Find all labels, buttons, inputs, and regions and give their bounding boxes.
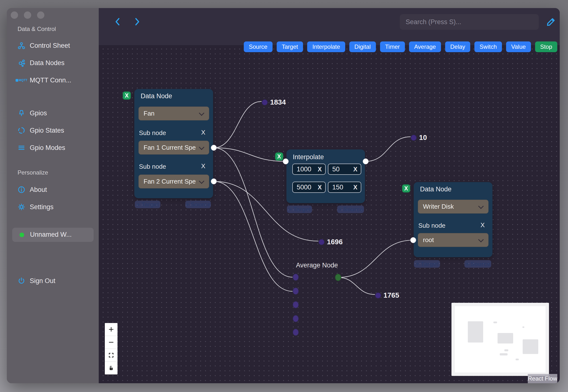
add-target-button[interactable]: + Target (414, 260, 440, 268)
toolbar-button-switch[interactable]: Switch (474, 42, 502, 52)
chevron-down-icon (478, 237, 484, 242)
zoom-out-button[interactable] (105, 336, 117, 349)
sidebar-item-settings[interactable]: Settings (7, 201, 99, 212)
zoom-in-button[interactable] (105, 323, 117, 336)
delete-node-button[interactable]: X (123, 91, 131, 100)
chevron-down-icon (199, 110, 205, 116)
toolbar-button-delay[interactable]: Delay (445, 42, 470, 52)
clear-input-button[interactable]: X (353, 184, 357, 191)
sub-node-select-2[interactable]: Fan 2 Current Spe (139, 175, 209, 188)
sidebar-item-gpio-states[interactable]: Gpio States (7, 125, 99, 136)
edge-endpoint-dot[interactable] (411, 135, 417, 141)
interpolate-input-3[interactable]: 5000 X (292, 182, 326, 193)
device-select[interactable]: Writer Disk (418, 200, 488, 213)
source-handle-fan2[interactable] (211, 179, 217, 184)
toolbar-button-average[interactable]: Average (409, 42, 441, 52)
source-handle-interpolate[interactable] (363, 158, 369, 164)
workspace-status-dot (19, 233, 24, 237)
sidebar-item-control-sheet[interactable]: Control Sheet (7, 40, 99, 51)
input-value[interactable]: 5000 (297, 183, 318, 191)
delete-node-button[interactable]: X (275, 152, 283, 161)
node-interpolate[interactable]: Interpolate 1000 X 50 X 5000 X 150 X (286, 149, 365, 203)
remove-sub-node-button[interactable]: X (481, 221, 485, 229)
sidebar-item-gpios[interactable]: Gpios (7, 108, 99, 119)
toolbar-button-digital[interactable]: Digital (349, 42, 376, 52)
toolbar-button-timer[interactable]: Timer (380, 42, 405, 52)
sub-node-select-value: root (423, 236, 477, 244)
delete-node-button[interactable]: X (402, 184, 410, 193)
interpolate-input-2[interactable]: 50 X (328, 164, 361, 175)
node-data-fan[interactable]: Data Node Fan Sub node X Fan 1 Current S… (134, 89, 213, 198)
remove-sub-node-button[interactable]: X (201, 162, 205, 170)
interpolate-input-4[interactable]: 150 X (328, 182, 361, 193)
sub-node-select-value: Fan 2 Current Spe (144, 178, 198, 185)
edge-value: 1765 (384, 291, 399, 299)
edge-endpoint-dot[interactable] (262, 99, 268, 106)
forward-arrow-icon[interactable] (133, 17, 141, 27)
edge-value-badge: 1765 (375, 291, 399, 299)
sub-node-select-1[interactable]: Fan 1 Current Spe (139, 141, 209, 154)
add-target-button[interactable]: + Target (287, 206, 312, 213)
device-select-value: Fan (144, 110, 198, 117)
remove-sub-node-button[interactable]: X (201, 129, 205, 136)
close-window-icon[interactable] (11, 12, 18, 19)
average-target-handle-5[interactable] (292, 329, 299, 336)
clear-input-button[interactable]: X (353, 166, 357, 173)
clear-input-button[interactable]: X (318, 184, 322, 191)
minimap-node-rect (504, 349, 508, 351)
search-input[interactable] (400, 14, 539, 30)
sidebar-item-mqtt-connections[interactable]: MQTT MQTT Conn... (7, 75, 99, 86)
toolbar-button-stop[interactable]: Stop (535, 42, 557, 52)
fit-view-button[interactable] (105, 349, 117, 362)
maximize-window-icon[interactable] (37, 12, 44, 19)
sidebar-item-label: Control Sheet (30, 42, 70, 49)
sidebar-item-sign-out[interactable]: Sign Out (7, 275, 99, 286)
toolbar-button-target[interactable]: Target (277, 42, 303, 52)
toolbar: SourceTargetInterpolateDigitalTimerAvera… (244, 42, 557, 52)
node-data-writer-disk[interactable]: Data Node Writer Disk Sub node X root (414, 182, 492, 257)
minimize-window-icon[interactable] (24, 12, 31, 19)
sidebar-item-workspace[interactable]: Unnamed W... (12, 228, 94, 242)
flow-canvas[interactable]: SourceTargetInterpolateDigitalTimerAvera… (99, 8, 560, 383)
input-value[interactable]: 50 (332, 166, 353, 173)
workflow-icon (17, 42, 25, 49)
device-select[interactable]: Fan (139, 107, 209, 120)
average-target-handle-2[interactable] (292, 287, 299, 295)
sidebar-item-gpio-modes[interactable]: Gpio Modes (7, 142, 99, 153)
target-handle-writer[interactable] (410, 237, 416, 243)
add-source-button[interactable]: + Source (464, 260, 491, 268)
toolbar-button-interpolate[interactable]: Interpolate (307, 42, 345, 52)
target-handle-interpolate[interactable] (283, 158, 289, 164)
add-source-button[interactable]: + Source (185, 201, 211, 208)
unlock-button[interactable] (105, 362, 117, 375)
edge-value-badge: 1834 (262, 98, 286, 106)
sub-node-select[interactable]: root (418, 233, 488, 247)
average-source-handle[interactable] (335, 274, 341, 281)
react-flow-attribution: React Flow (528, 374, 557, 383)
minimap[interactable] (451, 303, 549, 376)
workspace-label: Unnamed W... (30, 231, 72, 238)
search-bar[interactable] (400, 14, 539, 30)
clear-input-button[interactable]: X (318, 166, 322, 173)
edit-pencil-icon[interactable] (546, 17, 556, 27)
average-target-handle-4[interactable] (292, 315, 299, 322)
add-source-button[interactable]: + Source (337, 206, 364, 213)
add-target-button[interactable]: + Target (135, 201, 160, 208)
source-handle-fan1[interactable] (211, 145, 217, 151)
toolbar-button-source[interactable]: Source (244, 42, 273, 52)
input-value[interactable]: 150 (332, 183, 353, 191)
pin-icon (17, 109, 25, 117)
sidebar-item-about[interactable]: About (7, 184, 99, 195)
average-target-handle-1[interactable] (292, 274, 299, 281)
sidebar-item-label: Data Nodes (30, 59, 65, 67)
average-target-handle-3[interactable] (292, 301, 299, 308)
input-value[interactable]: 1000 (297, 166, 318, 173)
back-arrow-icon[interactable] (113, 17, 122, 27)
sidebar-item-data-nodes[interactable]: Data Nodes (7, 57, 99, 69)
window-controls[interactable] (11, 12, 44, 19)
toolbar-button-value[interactable]: Value (506, 42, 531, 52)
edge-value-badge: 10 (411, 134, 427, 142)
interpolate-input-1[interactable]: 1000 X (292, 164, 326, 175)
edge-endpoint-dot[interactable] (318, 239, 325, 245)
edge-endpoint-dot[interactable] (375, 292, 381, 299)
